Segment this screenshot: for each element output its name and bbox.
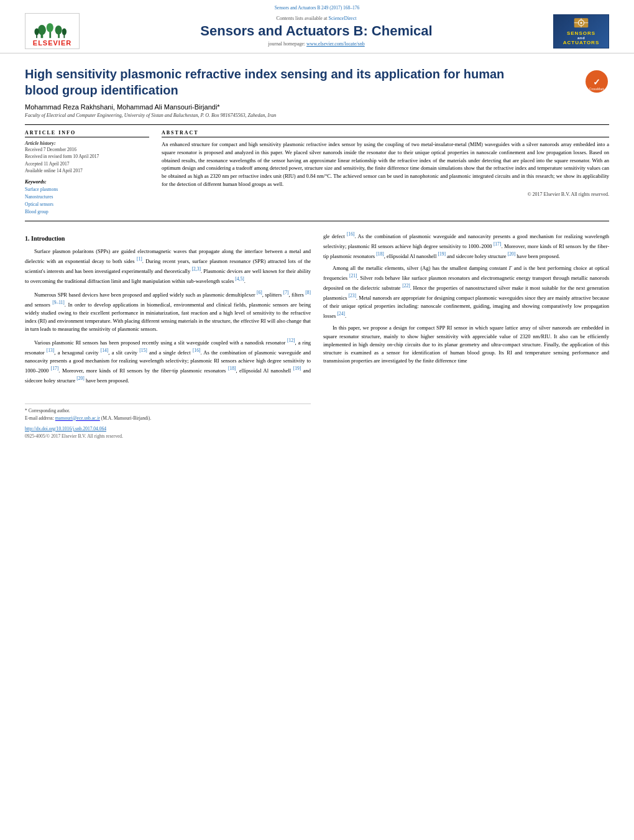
- elsevier-logo: ELSEVIER: [25, 13, 80, 49]
- issn-text: 0925-4005/© 2017 Elsevier B.V. All right…: [25, 433, 311, 440]
- svg-point-12: [581, 22, 582, 24]
- keyword-list: Surface plasmons Nanostructures Optical …: [25, 186, 149, 216]
- abstract-label: ABSTRACT: [162, 130, 609, 137]
- ref-6[interactable]: [6]: [257, 290, 262, 295]
- ref-22[interactable]: [22]: [402, 283, 410, 288]
- article-title: High sensitivity plasmonic refractive in…: [25, 66, 535, 98]
- crossmark-container: ✓ CrossMark: [584, 66, 609, 95]
- crossmark-icon: ✓ CrossMark: [584, 69, 609, 94]
- keyword-item-4: Blood group: [25, 208, 149, 216]
- ref-14[interactable]: [14]: [101, 348, 109, 353]
- svg-point-1: [38, 25, 46, 35]
- svg-point-9: [62, 29, 67, 35]
- ref-12[interactable]: [12]: [287, 338, 295, 343]
- body-left-col: 1. Introduction Surface plasmon polarito…: [25, 231, 311, 440]
- journal-homepage: journal homepage: www.elsevier.com/locat…: [92, 41, 541, 47]
- keywords-label: Keywords:: [25, 179, 149, 185]
- ref-4-5[interactable]: [4,5]: [235, 276, 244, 282]
- intro-para-right-2: Among all the metallic elements, silver …: [323, 264, 609, 320]
- ref-15[interactable]: [15]: [139, 348, 147, 353]
- ref-1[interactable]: [1]: [137, 256, 142, 262]
- footnote-section: * Corresponding author. E-mail address: …: [25, 404, 311, 440]
- keyword-item-1: Surface plasmons: [25, 186, 149, 193]
- ref-8[interactable]: [8]: [305, 290, 311, 295]
- article-info-column: ARTICLE INFO Article history: Received 7…: [25, 130, 149, 216]
- keyword-item-2: Nanostructures: [25, 193, 149, 201]
- intro-para-2: Numerous SPR based devices have been pro…: [25, 289, 311, 334]
- article-history: Article history: Received 7 December 201…: [25, 141, 149, 174]
- journal-title-center: Contents lists available at ScienceDirec…: [80, 16, 553, 47]
- journal-header: Sensors and Actuators B 249 (2017) 168–1…: [0, 0, 634, 53]
- actuators-logo-text: ACTUATORS: [563, 40, 599, 45]
- sciencedirect-link[interactable]: ScienceDirect: [329, 16, 357, 21]
- ref-24[interactable]: [24]: [337, 311, 345, 316]
- main-content: High sensitivity plasmonic refractive in…: [0, 53, 634, 453]
- elsevier-text: ELSEVIER: [33, 39, 71, 47]
- doi-line: Sensors and Actuators B 249 (2017) 168–1…: [25, 5, 609, 11]
- svg-point-3: [47, 23, 53, 32]
- keywords-section: Keywords: Surface plasmons Nanostructure…: [25, 179, 149, 216]
- info-abstract-columns: ARTICLE INFO Article history: Received 7…: [25, 130, 609, 216]
- sensors-logo-text1: SENSORS: [567, 30, 595, 36]
- intro-para-right-3: In this paper, we propose a design for c…: [323, 324, 609, 365]
- article-history-label: Article history:: [25, 141, 149, 146]
- svg-text:CrossMark: CrossMark: [589, 87, 605, 91]
- intro-para-right-1: gle defect [16]. As the combination of p…: [323, 231, 609, 261]
- contents-text: Contents lists available at: [277, 16, 328, 21]
- ref-13[interactable]: [13]: [47, 348, 55, 353]
- section-divider: [25, 221, 609, 221]
- ref-16-r[interactable]: [16]: [347, 231, 355, 237]
- journal-top-row: ELSEVIER Contents lists available at Sci…: [25, 13, 609, 53]
- abstract-section: ABSTRACT An enhanced structure for compa…: [162, 130, 609, 216]
- doi-footnote: http://dx.doi.org/10.1016/j.snb.2017.04.…: [25, 425, 311, 433]
- homepage-label: journal homepage:: [268, 41, 305, 47]
- svg-point-7: [34, 29, 39, 35]
- page: Sensors and Actuators B 249 (2017) 168–1…: [0, 0, 634, 840]
- svg-point-5: [55, 25, 62, 35]
- ref-2-3[interactable]: [2,3]: [192, 266, 201, 272]
- ref-16[interactable]: [16]: [193, 348, 201, 353]
- doi-link[interactable]: http://dx.doi.org/10.1016/j.snb.2017.04.…: [25, 426, 106, 432]
- svg-text:✓: ✓: [593, 77, 600, 87]
- ref-19[interactable]: [19]: [293, 366, 301, 371]
- received-date: Received 7 December 2016 Received in rev…: [25, 146, 149, 174]
- keyword-item-3: Optical sensors: [25, 201, 149, 208]
- intro-heading: 1. Introduction: [25, 234, 311, 244]
- contents-line: Contents lists available at ScienceDirec…: [92, 16, 541, 21]
- svg-rect-2: [49, 32, 51, 38]
- authors: Mohammad Reza Rakhshani, Mohammad Ali Ma…: [25, 103, 609, 111]
- ref-20-r[interactable]: [20]: [508, 251, 516, 257]
- intro-para-3: Various plasmonic RI sensors has been pr…: [25, 337, 311, 385]
- article-title-section: High sensitivity plasmonic refractive in…: [25, 60, 609, 98]
- body-right-col: gle defect [16]. As the combination of p…: [323, 231, 609, 440]
- sensors-actuators-logo: SENSORS and ACTUATORS: [553, 14, 609, 48]
- body-columns: 1. Introduction Surface plasmon polarito…: [25, 231, 609, 440]
- email-link[interactable]: mansouri@ece.usb.ac.ir: [55, 415, 100, 421]
- intro-para-1: Surface plasmon polaritons (SPPs) are gu…: [25, 247, 311, 285]
- ref-18[interactable]: [18]: [228, 366, 236, 371]
- affiliation: Faculty of Electrical and Computer Engin…: [25, 113, 609, 118]
- ref-23[interactable]: [23]: [348, 293, 356, 298]
- ref-17-r[interactable]: [17]: [494, 241, 502, 247]
- ref-18-r[interactable]: [18]: [376, 251, 384, 257]
- article-info-label: ARTICLE INFO: [25, 130, 149, 137]
- copyright: © 2017 Elsevier B.V. All rights reserved…: [162, 192, 609, 197]
- ref-21[interactable]: [21]: [349, 273, 357, 279]
- ref-19-r[interactable]: [19]: [438, 251, 446, 257]
- ref-20[interactable]: [20]: [76, 376, 85, 381]
- journal-name: Sensors and Actuators B: Chemical: [92, 23, 541, 39]
- email-note: E-mail address: mansouri@ece.usb.ac.ir (…: [25, 415, 311, 422]
- ref-7[interactable]: [7]: [283, 290, 289, 295]
- abstract-text: An enhanced structure for compact and hi…: [162, 141, 609, 188]
- journal-homepage-link[interactable]: www.elsevier.com/locate/snb: [306, 41, 365, 47]
- ref-9-11[interactable]: [9–11]: [52, 300, 65, 305]
- doi-text: Sensors and Actuators B 249 (2017) 168–1…: [275, 5, 360, 11]
- corresponding-author-note: * Corresponding author.: [25, 407, 311, 414]
- sensors-logo-icon: [572, 17, 590, 29]
- elsevier-tree-icon: [34, 17, 71, 39]
- ref-17[interactable]: [17]: [51, 366, 59, 371]
- divider: [25, 124, 609, 125]
